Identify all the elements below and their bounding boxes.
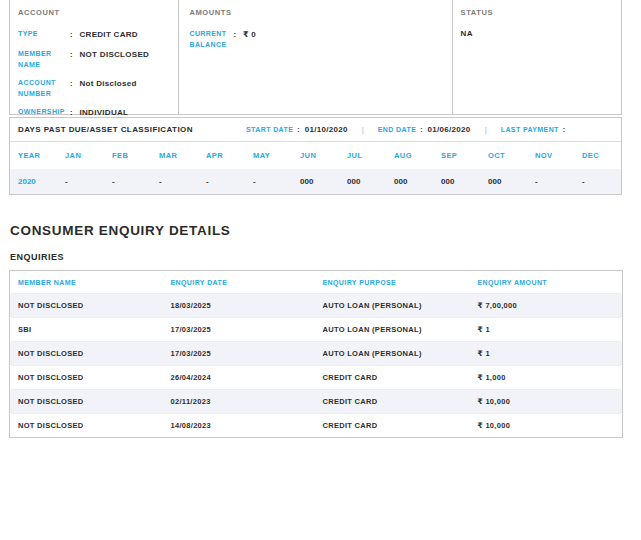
- year-cell: 2020: [10, 169, 57, 194]
- enquiries-header-row: MEMBER NAME ENQUIRY DATE ENQUIRY PURPOSE…: [10, 271, 623, 294]
- colon: [70, 107, 73, 119]
- end-date-label: END DATE: [378, 126, 416, 133]
- colon: [70, 78, 73, 99]
- dpd-cell-may: -: [245, 169, 292, 194]
- field-member-name-label: MEMBER NAME: [18, 49, 70, 70]
- col-feb: FEB: [104, 142, 151, 169]
- field-account-number-label: ACCOUNT NUMBER: [18, 78, 70, 99]
- cell-enquiry-date: 18/03/2025: [163, 294, 315, 318]
- table-row: SBI 17/03/2025 AUTO LOAN (PERSONAL) ₹ 1: [10, 318, 623, 342]
- dpd-cell-nov: -: [527, 169, 574, 194]
- cell-enquiry-purpose: AUTO LOAN (PERSONAL): [315, 342, 470, 366]
- col-member-name: MEMBER NAME: [10, 271, 163, 294]
- divider: [362, 125, 364, 134]
- dpd-dates: START DATE 01/10/2020 END DATE 01/06/202…: [246, 125, 570, 134]
- cell-enquiry-amount: ₹ 1: [470, 342, 623, 366]
- status-value: NA: [461, 29, 613, 38]
- cell-enquiry-purpose: AUTO LOAN (PERSONAL): [315, 294, 470, 318]
- enquiries-subtitle: ENQUIRIES: [10, 252, 622, 262]
- status-section-label: STATUS: [461, 8, 613, 17]
- cell-enquiry-amount: ₹ 1: [470, 318, 623, 342]
- amounts-column: AMOUNTS CURRENT BALANCE ₹ 0: [178, 0, 451, 114]
- cell-enquiry-amount: ₹ 10,000: [470, 414, 623, 438]
- cell-enquiry-date: 17/03/2025: [163, 342, 315, 366]
- last-payment-label: LAST PAYMENT: [501, 126, 559, 133]
- field-current-balance-value: ₹ 0: [243, 29, 256, 50]
- table-row: NOT DISCLOSED 26/04/2024 CREDIT CARD ₹ 1…: [10, 366, 623, 390]
- credit-report-page: ACCOUNT TYPE CREDIT CARD MEMBER NAME NOT…: [0, 0, 622, 438]
- field-type: TYPE CREDIT CARD: [18, 29, 170, 41]
- table-row: NOT DISCLOSED 02/11/2023 CREDIT CARD ₹ 1…: [10, 390, 623, 414]
- colon: [420, 126, 422, 133]
- cell-member-name: SBI: [10, 318, 163, 342]
- days-past-due-box: DAYS PAST DUE/ASSET CLASSIFICATION START…: [9, 117, 622, 195]
- col-apr: APR: [198, 142, 245, 169]
- cell-enquiry-purpose: CREDIT CARD: [315, 390, 470, 414]
- field-ownership: OWNERSHIP INDIVIDUAL: [18, 107, 170, 119]
- col-dec: DEC: [574, 142, 621, 169]
- account-column: ACCOUNT TYPE CREDIT CARD MEMBER NAME NOT…: [10, 0, 178, 114]
- cell-enquiry-date: 17/03/2025: [163, 318, 315, 342]
- table-row: NOT DISCLOSED 17/03/2025 AUTO LOAN (PERS…: [10, 342, 623, 366]
- dpd-cell-jun: 000: [292, 169, 339, 194]
- consumer-enquiry-title: CONSUMER ENQUIRY DETAILS: [10, 223, 622, 238]
- table-row: NOT DISCLOSED 14/08/2023 CREDIT CARD ₹ 1…: [10, 414, 623, 438]
- col-jun: JUN: [292, 142, 339, 169]
- cell-member-name: NOT DISCLOSED: [10, 366, 163, 390]
- field-current-balance-label: CURRENT BALANCE: [189, 29, 233, 50]
- status-column: STATUS NA: [452, 0, 621, 114]
- field-type-label: TYPE: [18, 29, 70, 41]
- col-sep: SEP: [433, 142, 480, 169]
- dpd-cell-apr: -: [198, 169, 245, 194]
- field-ownership-label: OWNERSHIP: [18, 107, 70, 119]
- cell-member-name: NOT DISCLOSED: [10, 414, 163, 438]
- dpd-cell-jul: 000: [339, 169, 386, 194]
- cell-member-name: NOT DISCLOSED: [10, 390, 163, 414]
- cell-enquiry-purpose: CREDIT CARD: [315, 414, 470, 438]
- field-member-name: MEMBER NAME NOT DISCLOSED: [18, 49, 170, 70]
- field-account-number: ACCOUNT NUMBER Not Disclosed: [18, 78, 170, 99]
- field-account-number-value: Not Disclosed: [80, 78, 137, 99]
- col-oct: OCT: [480, 142, 527, 169]
- table-row: NOT DISCLOSED 18/03/2025 AUTO LOAN (PERS…: [10, 294, 623, 318]
- cell-enquiry-amount: ₹ 7,00,000: [470, 294, 623, 318]
- col-jan: JAN: [57, 142, 104, 169]
- col-enquiry-date: ENQUIRY DATE: [163, 271, 315, 294]
- dpd-cell-sep: 000: [433, 169, 480, 194]
- dpd-cell-aug: 000: [386, 169, 433, 194]
- colon: [70, 29, 73, 41]
- cell-enquiry-date: 26/04/2024: [163, 366, 315, 390]
- account-section-label: ACCOUNT: [18, 8, 170, 17]
- colon: [563, 126, 565, 133]
- field-ownership-value: INDIVIDUAL: [80, 107, 129, 119]
- col-nov: NOV: [527, 142, 574, 169]
- col-aug: AUG: [386, 142, 433, 169]
- start-date-value: 01/10/2020: [305, 125, 348, 134]
- col-enquiry-amount: ENQUIRY AMOUNT: [470, 271, 623, 294]
- dpd-cell-oct: 000: [480, 169, 527, 194]
- cell-enquiry-purpose: CREDIT CARD: [315, 366, 470, 390]
- end-date-value: 01/06/2020: [428, 125, 471, 134]
- cell-member-name: NOT DISCLOSED: [10, 294, 163, 318]
- start-date-label: START DATE: [246, 126, 293, 133]
- colon: [70, 49, 73, 70]
- amounts-section-label: AMOUNTS: [189, 8, 443, 17]
- col-enquiry-purpose: ENQUIRY PURPOSE: [315, 271, 470, 294]
- dpd-cell-jan: -: [57, 169, 104, 194]
- dpd-cell-mar: -: [151, 169, 198, 194]
- dpd-cell-feb: -: [104, 169, 151, 194]
- field-type-value: CREDIT CARD: [80, 29, 138, 41]
- dpd-months-table: YEAR JAN FEB MAR APR MAY JUN JUL AUG SEP…: [10, 142, 621, 194]
- account-summary-box: ACCOUNT TYPE CREDIT CARD MEMBER NAME NOT…: [9, 0, 622, 115]
- col-mar: MAR: [151, 142, 198, 169]
- colon: [233, 29, 236, 50]
- cell-enquiry-purpose: AUTO LOAN (PERSONAL): [315, 318, 470, 342]
- dpd-months-header-row: YEAR JAN FEB MAR APR MAY JUN JUL AUG SEP…: [10, 142, 621, 169]
- divider: [485, 125, 487, 134]
- col-may: MAY: [245, 142, 292, 169]
- cell-enquiry-date: 02/11/2023: [163, 390, 315, 414]
- dpd-year-row: 2020 - - - - - 000 000 000 000 000 - -: [10, 169, 621, 194]
- days-past-due-title: DAYS PAST DUE/ASSET CLASSIFICATION: [18, 125, 246, 134]
- cell-member-name: NOT DISCLOSED: [10, 342, 163, 366]
- days-past-due-header: DAYS PAST DUE/ASSET CLASSIFICATION START…: [10, 118, 621, 142]
